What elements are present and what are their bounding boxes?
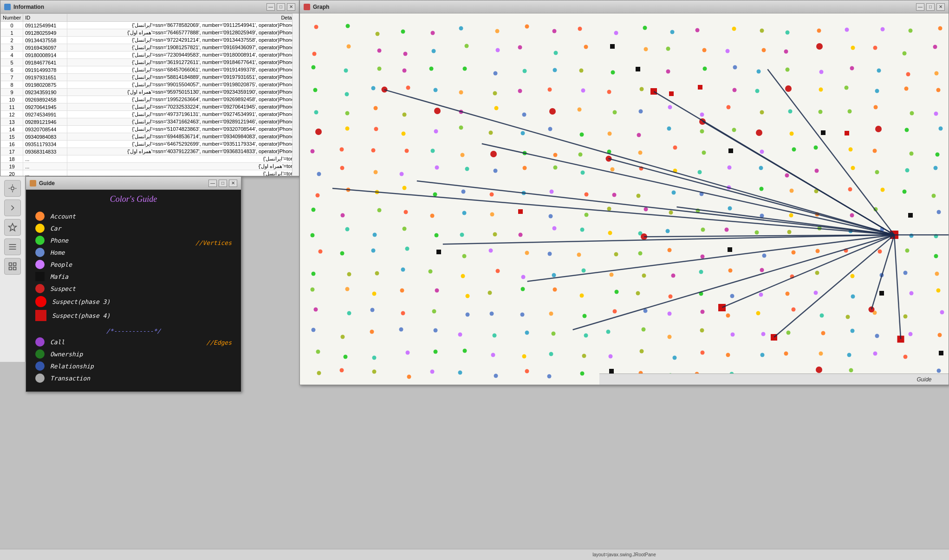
graph-node[interactable] <box>902 189 906 193</box>
graph-node[interactable] <box>371 86 375 90</box>
graph-node[interactable] <box>433 193 437 197</box>
graph-node[interactable] <box>377 208 382 212</box>
graph-node[interactable] <box>458 370 462 374</box>
graph-node[interactable] <box>435 233 439 237</box>
graph-node[interactable] <box>667 126 671 130</box>
graph-node[interactable] <box>372 355 376 360</box>
graph-window-controls[interactable]: — □ ✕ <box>916 3 945 11</box>
graph-node[interactable] <box>881 188 885 192</box>
graph-node[interactable] <box>547 87 552 91</box>
graph-node[interactable] <box>312 271 316 276</box>
graph-node[interactable] <box>814 290 818 295</box>
graph-node[interactable] <box>904 314 908 318</box>
graph-node[interactable] <box>580 171 585 175</box>
graph-node[interactable] <box>727 186 731 190</box>
graph-node[interactable] <box>933 45 937 49</box>
graph-content[interactable]: Guide <box>300 13 949 385</box>
graph-node[interactable] <box>814 168 819 173</box>
graph-node[interactable] <box>910 152 914 156</box>
graph-node[interactable] <box>346 188 350 192</box>
graph-node[interactable] <box>405 247 409 251</box>
graph-minimize[interactable]: — <box>916 3 924 11</box>
graph-node[interactable] <box>669 91 674 96</box>
graph-node[interactable] <box>702 48 707 52</box>
graph-node[interactable] <box>819 88 823 92</box>
graph-node[interactable] <box>371 249 376 253</box>
graph-node[interactable] <box>638 150 642 154</box>
graph-node[interactable] <box>668 295 672 299</box>
graph-node[interactable] <box>608 354 612 359</box>
graph-node[interactable] <box>491 353 495 357</box>
graph-node[interactable] <box>873 45 878 50</box>
graph-node[interactable] <box>552 226 557 230</box>
graph-node[interactable] <box>939 351 943 355</box>
graph-node[interactable] <box>607 131 611 135</box>
graph-node[interactable] <box>934 234 938 238</box>
graph-node[interactable] <box>636 67 640 71</box>
graph-node[interactable] <box>910 111 914 116</box>
graph-node[interactable] <box>518 45 522 50</box>
graph-node[interactable] <box>552 29 556 33</box>
graph-node[interactable] <box>489 192 494 196</box>
graph-node[interactable] <box>762 48 766 52</box>
graph-node[interactable] <box>582 314 586 318</box>
graph-canvas[interactable] <box>300 13 949 385</box>
graph-node[interactable] <box>459 90 463 95</box>
graph-node[interactable] <box>821 130 826 135</box>
graph-node[interactable] <box>815 271 819 275</box>
graph-node[interactable] <box>702 150 706 154</box>
graph-node[interactable] <box>878 249 882 253</box>
graph-node[interactable] <box>582 268 586 272</box>
graph-node[interactable] <box>488 131 493 135</box>
graph-node[interactable] <box>667 311 671 315</box>
graph-node[interactable] <box>340 166 344 170</box>
graph-node[interactable] <box>430 213 435 218</box>
graph-node[interactable] <box>644 47 648 51</box>
graph-node[interactable] <box>671 273 676 277</box>
graph-node[interactable] <box>518 89 522 93</box>
graph-node[interactable] <box>637 133 641 137</box>
graph-node[interactable] <box>525 330 529 335</box>
graph-node[interactable] <box>403 186 407 190</box>
graph-node[interactable] <box>819 351 823 355</box>
graph-node[interactable] <box>345 111 349 115</box>
graph-node[interactable] <box>523 166 527 170</box>
graph-node[interactable] <box>787 230 791 234</box>
graph-node[interactable] <box>313 308 318 312</box>
graph-node[interactable] <box>490 151 497 157</box>
graph-node[interactable] <box>869 306 875 312</box>
info-maximize[interactable]: □ <box>277 3 285 11</box>
graph-node[interactable] <box>816 43 823 50</box>
graph-node[interactable] <box>934 71 938 75</box>
graph-node[interactable] <box>579 69 584 73</box>
graph-node[interactable] <box>579 294 584 298</box>
graph-node[interactable] <box>403 210 408 214</box>
graph-node[interactable] <box>459 126 463 130</box>
guide-minimize[interactable]: — <box>208 180 217 187</box>
graph-node[interactable] <box>521 131 525 135</box>
graph-node[interactable] <box>756 311 760 315</box>
graph-node[interactable] <box>406 351 410 355</box>
graph-node[interactable] <box>903 51 907 55</box>
graph-node[interactable] <box>817 29 821 33</box>
graph-node[interactable] <box>613 309 617 314</box>
graph-node[interactable] <box>401 30 405 34</box>
graph-node[interactable] <box>760 110 764 114</box>
graph-node[interactable] <box>936 152 940 156</box>
graph-node[interactable] <box>875 126 882 132</box>
graph-node[interactable] <box>936 210 941 214</box>
graph-node[interactable] <box>608 231 612 235</box>
graph-node[interactable] <box>407 375 411 379</box>
graph-node[interactable] <box>666 229 670 233</box>
graph-node[interactable] <box>760 214 764 218</box>
guide-window-controls[interactable]: — □ ✕ <box>208 180 237 187</box>
graph-node[interactable] <box>431 31 435 35</box>
graph-node[interactable] <box>522 354 526 358</box>
graph-node[interactable] <box>697 170 702 174</box>
graph-node[interactable] <box>818 226 822 230</box>
graph-node[interactable] <box>316 350 320 354</box>
graph-node[interactable] <box>673 145 677 149</box>
graph-node[interactable] <box>549 352 553 356</box>
graph-node[interactable] <box>521 287 525 291</box>
graph-node[interactable] <box>401 311 405 315</box>
